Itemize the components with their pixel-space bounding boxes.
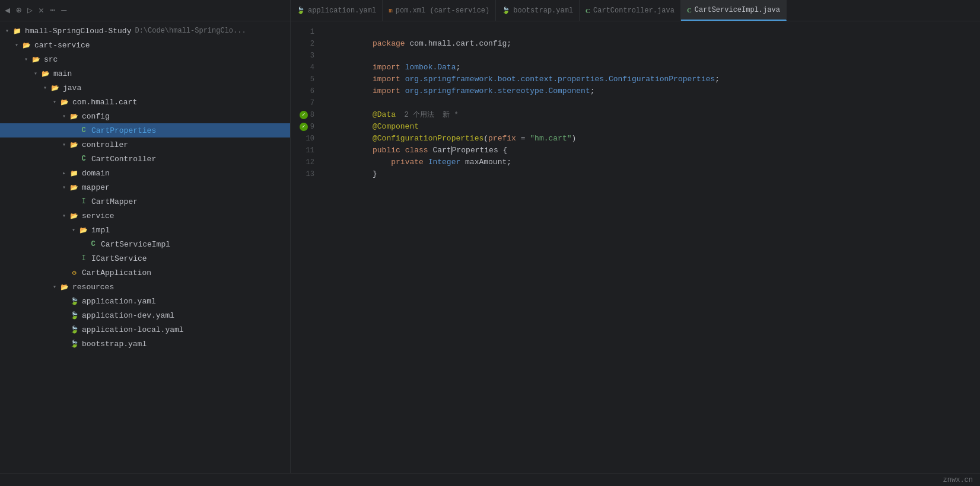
line-number-4: 4: [293, 62, 314, 73]
java-class-icon: C: [88, 239, 98, 250]
tab-bootstrap-yaml[interactable]: 🍃 bootstrap.yaml: [496, 0, 580, 21]
line-number-5: 5: [293, 73, 314, 85]
space: [400, 146, 405, 155]
line-number-7: 7: [293, 97, 314, 109]
folder-icon: 📁: [69, 168, 79, 178]
watermark: znwx.cn: [943, 476, 973, 484]
tree-cart-mapper[interactable]: ▾ I CartMapper: [0, 194, 290, 209]
tree-cart-service-impl[interactable]: ▾ C CartServiceImpl: [0, 237, 290, 251]
class-name: Cart: [432, 146, 451, 155]
import-ref: org.springframework.boot.context.propert…: [400, 75, 715, 84]
keyword: private: [391, 158, 424, 167]
semicolon: ;: [456, 63, 460, 72]
tree-label: com.hmall.cart: [72, 98, 137, 107]
tree-application-local-yaml[interactable]: ▾ 🍃 application-local.yaml: [0, 322, 290, 337]
tree-mapper[interactable]: ▾ 📂 mapper: [0, 180, 290, 194]
folder-icon: 📂: [59, 97, 70, 107]
chevron-down-icon: ▾: [59, 183, 69, 192]
tree-label: bootstrap.yaml: [82, 340, 147, 348]
tree-label: ICartService: [91, 254, 147, 263]
tab-bar: ◀ ⊕ ▷ ✕ ⋯ — 🍃 application.yaml m pom.xml…: [0, 0, 980, 21]
string-value: "hm.cart": [530, 134, 571, 143]
line-number-2: 2: [293, 38, 314, 50]
folder-icon: 📂: [59, 282, 70, 292]
tab-cart-controller[interactable]: C CartController.java: [580, 0, 681, 21]
annotation: @Data: [373, 110, 396, 119]
tree-cart-application[interactable]: ▾ ⚙ CartApplication: [0, 266, 290, 280]
code-line-3: import lombok.Data;: [326, 50, 973, 62]
chevron-down-icon: ▾: [69, 225, 78, 235]
close-icon[interactable]: ✕: [39, 5, 44, 16]
window-controls: ◀ ⊕ ▷ ✕ ⋯ —: [5, 5, 66, 16]
tree-impl[interactable]: ▾ 📂 impl: [0, 223, 290, 237]
tree-com-hmall-cart[interactable]: ▾ 📂 com.hmall.cart: [0, 95, 290, 109]
folder-icon: 📂: [78, 225, 89, 235]
java-class-icon: C: [586, 7, 590, 14]
paren: ): [572, 134, 577, 143]
line-number-12: 12: [293, 156, 314, 168]
tab-cart-service-impl[interactable]: C CartServiceImpl.java: [681, 0, 787, 21]
line-number-3: 3: [293, 50, 314, 62]
tree-application-dev-yaml[interactable]: ▾ 🍃 application-dev.yaml: [0, 308, 290, 322]
tree-icart-service[interactable]: ▾ I ICartService: [0, 251, 290, 266]
tree-cart-service[interactable]: ▾ 📂 cart-service: [0, 38, 290, 52]
tree-cart-controller[interactable]: ▾ C CartController: [0, 152, 290, 166]
code-lines: package com.hmall.cart.config; import lo…: [319, 26, 980, 468]
import-ref: lombok.Data: [400, 63, 456, 72]
gutter-check-icon: ✓: [300, 123, 308, 131]
annotation: @Component: [373, 122, 419, 131]
tab-label: application.yaml: [308, 7, 376, 15]
nav-target-icon[interactable]: ⊕: [16, 5, 21, 16]
tree-root[interactable]: ▾ 📁 hmall-SpringCloud-Study D:\Code\hmal…: [0, 24, 290, 38]
tree-label: domain: [82, 169, 110, 178]
tree-config[interactable]: ▾ 📂 config: [0, 109, 290, 123]
tree-label: CartServiceImpl: [101, 240, 170, 249]
tree-label: java: [63, 84, 81, 92]
tree-label: application-local.yaml: [82, 325, 184, 334]
semicolon: ;: [590, 87, 595, 95]
chevron-down-icon: ▾: [50, 97, 59, 107]
yaml-icon: 🍃: [502, 7, 510, 14]
line-number-11: 11: [293, 145, 314, 156]
chevron-down-icon: ▾: [21, 55, 31, 64]
code-line-13: [326, 168, 973, 180]
semicolon: ;: [715, 75, 720, 84]
gutter-check-icon: ✓: [300, 111, 308, 119]
tree-bootstrap-yaml[interactable]: ▾ 🍃 bootstrap.yaml: [0, 337, 290, 351]
xml-icon: m: [389, 7, 393, 14]
project-name: hmall-SpringCloud-Study: [25, 27, 131, 36]
code-area: 1 2 3 4 5 6 7 ✓ 8 ✓ 9 10 11 12: [291, 21, 980, 473]
folder-icon: 📂: [69, 139, 79, 150]
keyword: package: [373, 39, 405, 48]
tree-application-yaml[interactable]: ▾ 🍃 application.yaml: [0, 294, 290, 308]
tab-pom-xml[interactable]: m pom.xml (cart-service): [383, 0, 496, 21]
sidebar[interactable]: ▾ 📁 hmall-SpringCloud-Study D:\Code\hmal…: [0, 21, 291, 473]
paren: (: [483, 134, 488, 143]
code-editor[interactable]: 1 2 3 4 5 6 7 ✓ 8 ✓ 9 10 11 12: [291, 21, 980, 473]
tree-cart-properties[interactable]: ▾ C CartProperties: [0, 123, 290, 138]
more-icon[interactable]: ⋯: [50, 5, 55, 16]
tree-resources[interactable]: ▾ 📂 resources: [0, 280, 290, 294]
java-interface-icon: I: [78, 196, 89, 207]
class-name-2: Properties: [452, 146, 498, 155]
space: [424, 158, 428, 167]
tree-java[interactable]: ▾ 📂 java: [0, 81, 290, 95]
tabs-container: 🍃 application.yaml m pom.xml (cart-servi…: [291, 0, 980, 21]
tree-label: src: [44, 55, 58, 64]
tree-label: resources: [72, 283, 114, 292]
line-number-9: ✓ 9: [293, 121, 314, 133]
java-interface-icon: I: [78, 253, 89, 264]
minimize-icon[interactable]: —: [61, 5, 66, 15]
tree-service[interactable]: ▾ 📂 service: [0, 209, 290, 223]
nav-back-icon[interactable]: ◀: [5, 5, 10, 16]
nav-forward-icon[interactable]: ▷: [27, 5, 33, 16]
brace: {: [498, 146, 508, 155]
tree-domain[interactable]: ▸ 📁 domain: [0, 166, 290, 180]
tab-application-yaml[interactable]: 🍃 application.yaml: [291, 0, 383, 21]
tree-controller[interactable]: ▾ 📂 controller: [0, 138, 290, 152]
tree-src[interactable]: ▾ 📂 src: [0, 52, 290, 66]
keyword: import: [373, 75, 400, 84]
tree-label: main: [53, 69, 72, 78]
tree-main[interactable]: ▾ 📂 main: [0, 66, 290, 81]
keyword: import: [373, 63, 400, 72]
